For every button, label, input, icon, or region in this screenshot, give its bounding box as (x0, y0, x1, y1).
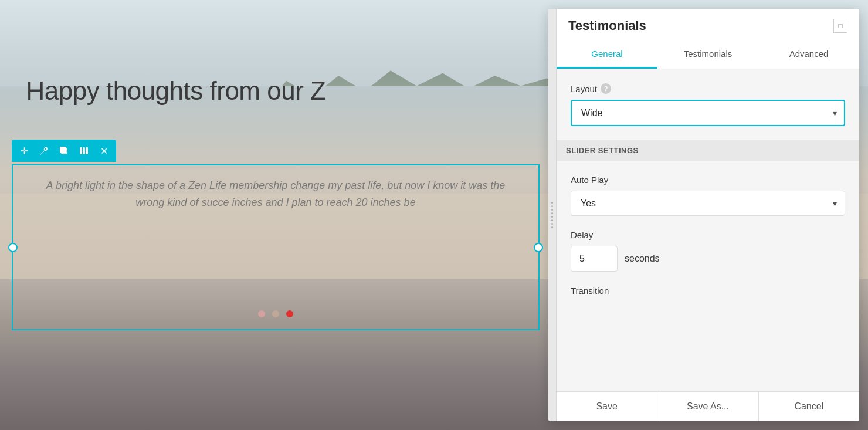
drag-dot (551, 202, 553, 204)
tab-testimonials[interactable]: Testimonials (657, 40, 758, 69)
autoplay-select[interactable]: Yes No (571, 191, 845, 216)
dot-2[interactable] (272, 310, 279, 317)
drag-dot (551, 219, 553, 221)
slider-settings-header: SLIDER SETTINGS (557, 140, 859, 161)
widget-toolbar: ✛ ✕ (12, 140, 116, 162)
close-widget-button[interactable]: ✕ (95, 142, 113, 160)
delay-label-text: Delay (571, 230, 593, 240)
panel-body: Layout ? Wide Narrow Boxed ▾ SLIDER SETT… (557, 69, 859, 391)
drag-dot (551, 216, 553, 218)
drag-dot (551, 209, 553, 211)
panel-title: Testimonials (568, 18, 646, 33)
panel-inner: Testimonials □ General Testimonials Adva… (557, 9, 859, 421)
layout-select-wrapper: Wide Narrow Boxed ▾ (571, 100, 845, 126)
delay-label: Delay (571, 230, 845, 240)
panel-tabs: General Testimonials Advanced (557, 40, 859, 69)
cancel-button[interactable]: Cancel (759, 392, 859, 421)
resize-handle-right[interactable] (534, 243, 543, 252)
autoplay-label: Auto Play (571, 175, 845, 185)
svg-rect-5 (86, 147, 88, 154)
panel-footer: Save Save As... Cancel (557, 391, 859, 421)
save-as-button[interactable]: Save As... (657, 392, 758, 421)
tab-advanced[interactable]: Advanced (758, 40, 859, 69)
delay-row: seconds (571, 246, 845, 272)
drag-dot (551, 212, 553, 214)
svg-rect-1 (60, 147, 66, 153)
drag-dot (551, 226, 553, 228)
duplicate-button[interactable] (55, 142, 73, 160)
drag-dot (551, 205, 553, 207)
panel-drag-handle[interactable] (548, 9, 557, 421)
layout-label: Layout ? (571, 83, 845, 94)
save-button[interactable]: Save (557, 392, 657, 421)
resize-handle-left[interactable] (8, 243, 18, 252)
layout-help-icon[interactable]: ? (601, 83, 611, 94)
autoplay-label-text: Auto Play (571, 175, 608, 185)
panel-close-button[interactable]: □ (833, 19, 847, 33)
layout-select[interactable]: Wide Narrow Boxed (571, 100, 845, 126)
transition-label: Transition (571, 286, 845, 296)
dot-1[interactable] (258, 310, 265, 317)
delay-input[interactable] (571, 246, 618, 272)
panel-header: Testimonials □ (557, 9, 859, 40)
svg-rect-4 (83, 147, 85, 154)
column-button[interactable] (75, 142, 93, 160)
svg-rect-3 (80, 147, 82, 154)
slide-indicators (258, 310, 293, 317)
delay-unit-label: seconds (625, 253, 660, 264)
tab-general[interactable]: General (557, 40, 657, 69)
settings-button[interactable] (35, 142, 53, 160)
dot-3[interactable] (286, 310, 293, 317)
autoplay-select-wrapper: Yes No ▾ (571, 191, 845, 216)
widget-content: A bright light in the shape of a Zen Lif… (13, 165, 538, 223)
page-title: Happy thoughts from our Z (0, 76, 352, 106)
settings-panel: Testimonials □ General Testimonials Adva… (548, 9, 859, 421)
testimonials-widget: ✛ ✕ A bright light in the shape of (12, 164, 540, 330)
move-button[interactable]: ✛ (15, 142, 33, 160)
layout-label-text: Layout (571, 84, 597, 94)
drag-dot (551, 223, 553, 225)
